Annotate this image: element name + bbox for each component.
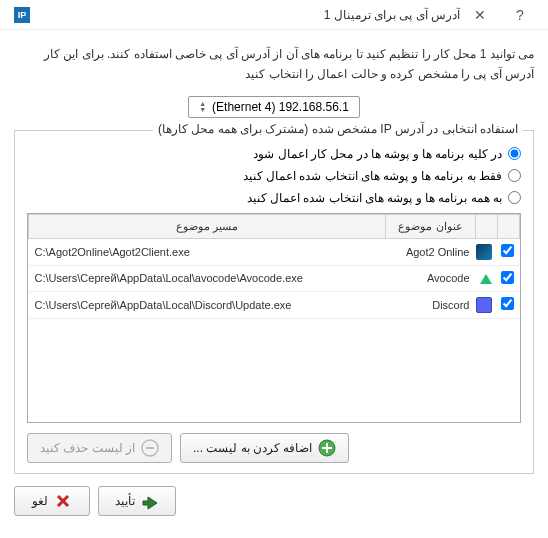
add-to-list-button[interactable]: اضافه کردن به لیست ... — [180, 433, 349, 463]
row-icon — [476, 291, 498, 318]
radio-all-input[interactable] — [508, 147, 521, 160]
cancel-button-label: لغو — [32, 494, 48, 508]
confirm-icon — [141, 492, 159, 510]
discord-icon — [476, 297, 492, 313]
row-checkbox[interactable] — [501, 297, 514, 310]
minus-icon — [141, 439, 159, 457]
group-legend: استفاده انتخابی در آدرس IP مشخص شده (مشت… — [153, 122, 523, 136]
col-icon — [476, 214, 498, 238]
row-checkbox[interactable] — [501, 244, 514, 257]
col-check — [498, 214, 520, 238]
ip-select-value: (Ethernet 4) 192.168.56.1 — [212, 100, 349, 114]
apply-mode-group: استفاده انتخابی در آدرس IP مشخص شده (مشت… — [14, 130, 534, 474]
row-path: C:\Users\Сергей\AppData\Local\avocode\Av… — [29, 265, 386, 291]
remove-from-list-button[interactable]: از لیست حذف کنید — [27, 433, 172, 463]
radio-all-label: در کلیه برنامه ها و پوشه ها در محل کار ا… — [253, 147, 502, 161]
row-subject: Discord — [386, 291, 476, 318]
radio-all-selected[interactable]: به همه برنامه ها و پوشه های انتخاب شده ا… — [27, 191, 521, 205]
add-button-label: اضافه کردن به لیست ... — [193, 441, 312, 455]
row-check[interactable] — [498, 238, 520, 265]
row-check[interactable] — [498, 291, 520, 318]
ok-button-label: تأیید — [115, 494, 135, 508]
table-row[interactable]: AvocodeC:\Users\Сергей\AppData\Local\avo… — [29, 265, 520, 291]
col-path: مسیر موضوع — [29, 214, 386, 238]
close-button[interactable]: ✕ — [460, 1, 500, 29]
table-row[interactable]: DiscordC:\Users\Сергей\AppData\Local\Dis… — [29, 291, 520, 318]
ok-button[interactable]: تأیید — [98, 486, 176, 516]
titlebar: ✕ ? آدرس آی پی برای ترمینال 1 IP — [0, 0, 548, 30]
plus-icon — [318, 439, 336, 457]
window-title: آدرس آی پی برای ترمینال 1 — [30, 8, 460, 22]
col-subject: عنوان موضوع — [386, 214, 476, 238]
spinner-icon: ▲▼ — [199, 101, 206, 113]
radio-all-selected-input[interactable] — [508, 191, 521, 204]
radio-only-selected-input[interactable] — [508, 169, 521, 182]
row-path: C:\Agot2Online\Agot2Client.exe — [29, 238, 386, 265]
cancel-button[interactable]: لغو — [14, 486, 90, 516]
radio-all[interactable]: در کلیه برنامه ها و پوشه ها در محل کار ا… — [27, 147, 521, 161]
programs-table: عنوان موضوع مسیر موضوع Agot2 OnlineC:\Ag… — [28, 214, 520, 319]
row-icon — [476, 238, 498, 265]
cancel-icon — [54, 492, 72, 510]
radio-only-selected[interactable]: فقط به برنامه ها و پوشه های انتخاب شده ا… — [27, 169, 521, 183]
ip-select[interactable]: ▲▼ (Ethernet 4) 192.168.56.1 — [188, 96, 360, 118]
radio-only-selected-label: فقط به برنامه ها و پوشه های انتخاب شده ا… — [243, 169, 502, 183]
avo-icon — [480, 274, 492, 284]
table-row[interactable]: Agot2 OnlineC:\Agot2Online\Agot2Client.e… — [29, 238, 520, 265]
help-button[interactable]: ? — [500, 1, 540, 29]
app-icon: IP — [14, 7, 30, 23]
row-checkbox[interactable] — [501, 271, 514, 284]
row-subject: Agot2 Online — [386, 238, 476, 265]
row-subject: Avocode — [386, 265, 476, 291]
description-text: می توانید 1 محل کار را تنظیم کنید تا برن… — [14, 44, 534, 85]
remove-button-label: از لیست حذف کنید — [40, 441, 135, 455]
radio-all-selected-label: به همه برنامه ها و پوشه های انتخاب شده ا… — [247, 191, 502, 205]
row-check[interactable] — [498, 265, 520, 291]
row-path: C:\Users\Сергей\AppData\Local\Discord\Up… — [29, 291, 386, 318]
row-icon — [476, 265, 498, 291]
programs-table-wrap: عنوان موضوع مسیر موضوع Agot2 OnlineC:\Ag… — [27, 213, 521, 423]
agot-icon — [476, 244, 492, 260]
